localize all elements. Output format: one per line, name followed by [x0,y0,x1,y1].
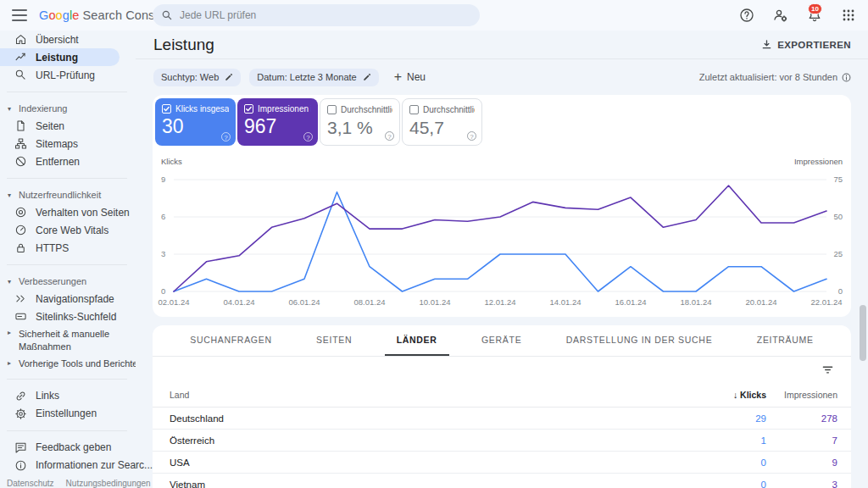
sidebar-divider [7,379,127,380]
google-apps-grid-icon[interactable] [841,8,856,23]
sidebar-item-sicherheit-manuelle-maßnahmen[interactable]: ▸Sicherheit & manuelle Maßnahmen [0,325,127,356]
search-input[interactable] [180,9,471,21]
tab-darstellung-in-der-suche[interactable]: DARSTELLUNG IN DER SUCHE [554,325,725,356]
removals-icon [14,155,27,168]
sidebar-item-leistung[interactable]: Leistung [0,48,120,66]
table-row-vietnam[interactable]: Vietnam 0 3 [153,474,851,488]
sidebar-item-seiten[interactable]: Seiten [0,117,136,135]
table-filter-row [153,357,851,382]
svg-text:04.01.24: 04.01.24 [224,297,255,307]
sidebar-item-sitelinks-suchfeld[interactable]: Sitelinks-Suchfeld [0,308,136,325]
performance-line-chart[interactable]: KlicksImpressionen0369025507502.01.2404.… [153,152,851,310]
pages-icon [14,119,27,132]
tab-suchanfragen[interactable]: SUCHANFRAGEN [178,325,284,356]
filter-list-icon[interactable] [821,363,834,376]
sidebar-item-core-web-vitals[interactable]: Core Web Vitals [0,221,136,239]
tab-zeiträume[interactable]: ZEITRÄUME [745,325,826,356]
svg-text:75: 75 [833,175,843,184]
export-button[interactable]: EXPORTIEREN [761,39,851,50]
chevron-down-icon: ▾ [8,278,14,286]
metric-help-icon[interactable]: ? [221,132,231,141]
manage-users-icon[interactable] [773,8,788,23]
info-icon[interactable] [842,73,851,82]
sidebar-divider [7,430,127,431]
url-inspect-searchbox[interactable] [153,4,480,26]
svg-text:08.01.24: 08.01.24 [354,297,386,307]
breadcrumbs-icon [14,292,27,305]
cell-klicks: 0 [673,480,766,488]
chevron-right-icon: ▸ [8,359,14,367]
table-row-österreich[interactable]: Österreich 1 7 [153,430,851,452]
edit-pencil-icon [363,73,371,81]
cell-impressionen: 278 [766,413,851,424]
sidebar-item-entfernen[interactable]: Entfernen [0,152,136,170]
table-row-deutschland[interactable]: Deutschland 29 278 [153,408,851,430]
sidebar-divider [7,178,127,179]
svg-text:18.01.24: 18.01.24 [681,297,712,307]
sidebar-item-links[interactable]: Links [0,387,136,405]
sidebar-item-informationen-zur-searc[interactable]: Informationen zur Searc... [0,457,136,474]
privacy-link[interactable]: Datenschutz [7,479,54,488]
notifications-bell-icon[interactable]: 10 [807,8,822,23]
sidebar-item-label: Entfernen [36,156,80,168]
sidebar-section-nutzerfreundlichkeit[interactable]: ▾Nutzerfreundlichkeit [0,186,136,202]
new-filter-button[interactable]: + Neu [394,70,426,84]
sidebar-item-label: Feedback geben [36,441,111,453]
sidebar-section-indexierung[interactable]: ▾Indexierung [0,100,136,116]
sidebar-item-label: Sicherheit & manuelle Maßnahmen [19,328,127,353]
sidebar-item-label: Sitelinks-Suchfeld [36,311,116,323]
column-header-land[interactable]: Land [153,390,673,400]
checkbox-checked-icon[interactable] [244,104,253,114]
filter-bar: Suchtyp: Web Datum: Letzte 3 Monate + Ne… [136,59,868,95]
table-header: Land ↓ Klicks Impressionen [153,382,851,408]
metric-value: 967 [244,115,311,138]
performance-icon [14,51,27,64]
column-header-impressionen[interactable]: Impressionen [766,390,851,400]
checkbox-unchecked-icon[interactable] [409,105,419,114]
sidebar-item-navigationspfade[interactable]: Navigationspfade [0,290,136,308]
svg-text:10.01.24: 10.01.24 [420,297,451,307]
vertical-scrollbar[interactable] [860,305,866,361]
checkbox-checked-icon[interactable] [162,104,171,114]
sidebar-item-https[interactable]: HTTPS [0,239,136,257]
tab-länder[interactable]: LÄNDER [385,325,449,356]
metric-help-icon[interactable]: ? [303,132,313,141]
metric-help-icon[interactable]: ? [385,131,394,141]
checkbox-unchecked-icon[interactable] [327,105,337,114]
metric-card-klicks-insgesamt[interactable]: Klicks insgesamt 30 ? [155,98,236,146]
main-content: Leistung EXPORTIEREN Suchtyp: Web Datum:… [136,30,868,488]
column-header-klicks[interactable]: ↓ Klicks [673,390,766,400]
sidebar-item-label: HTTPS [36,242,69,254]
tab-geräte[interactable]: GERÄTE [470,325,533,356]
notification-badge: 10 [808,3,822,14]
sidebar-item-vorherige-tools-und-berichte[interactable]: ▸Vorherige Tools und Berichte [0,356,136,371]
sidebar-item-sitemaps[interactable]: Sitemaps [0,135,136,152]
sitelinks-icon [14,310,27,323]
help-icon[interactable] [739,8,754,23]
date-filter-chip[interactable]: Datum: Letzte 3 Monate [249,69,378,86]
sidebar-item-übersicht[interactable]: Übersicht [0,30,136,48]
sidebar-item-verhalten-von-seiten[interactable]: Verhalten von Seiten [0,203,136,221]
tab-seiten[interactable]: SEITEN [304,325,364,356]
sidebar-item-label: Core Web Vitals [36,225,108,236]
sidebar-item-feedback-geben[interactable]: Feedback geben [0,439,136,457]
metric-card-impressionen-ins[interactable]: Impressionen ins... 967 ? [237,98,318,146]
svg-text:6: 6 [161,212,165,221]
menu-icon[interactable] [12,9,27,21]
app-logo: Google Search Console [39,8,171,22]
svg-text:0: 0 [838,286,843,296]
svg-text:20.01.24: 20.01.24 [746,297,777,307]
sidebar-item-url-prüfung[interactable]: URL-Prüfung [0,66,136,84]
series-klicks-line [174,192,826,291]
sidebar-item-einstellungen[interactable]: Einstellungen [0,405,136,423]
sidebar-section-verbesserungen[interactable]: ▾Verbesserungen [0,273,136,289]
metric-card-durchschnittliche[interactable]: Durchschnittliche ... 45,7 ? [402,98,482,146]
table-row-usa[interactable]: USA 0 9 [153,452,851,474]
cell-klicks: 1 [673,435,766,446]
sidebar-item-label: Einstellungen [36,408,97,419]
metric-card-durchschnittliche[interactable]: Durchschnittliche ... 3,1 % ? [320,98,400,146]
search-icon [161,9,173,21]
title-bar: Leistung EXPORTIEREN [136,30,868,59]
search-type-filter-chip[interactable]: Suchtyp: Web [153,69,241,86]
metric-help-icon[interactable]: ? [467,131,476,141]
